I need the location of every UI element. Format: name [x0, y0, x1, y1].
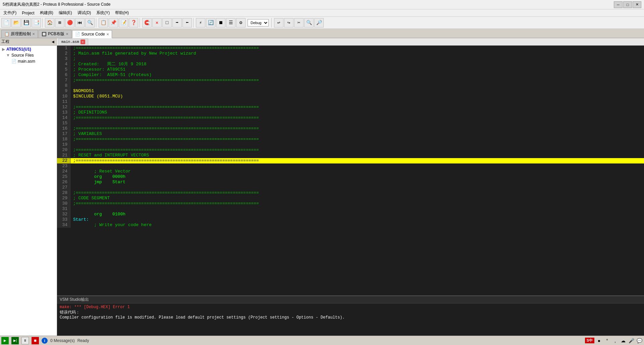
line-content[interactable]: org 0000h — [70, 174, 644, 180]
menu-build[interactable]: 构建(B) — [38, 9, 55, 16]
debug-mode-select[interactable]: Debug — [248, 19, 269, 26]
toolbar-zoom-in[interactable]: 🔍 — [304, 18, 314, 27]
menu-file[interactable]: 文件(F) — [1, 9, 18, 16]
toolbar-zoom-out[interactable]: 🔎 — [314, 18, 324, 27]
menu-debug[interactable]: 调试(D) — [75, 9, 93, 16]
play-button[interactable]: ▶ — [1, 337, 9, 344]
line-content[interactable]: ; — [70, 56, 644, 62]
tab-schematic-icon: 📋 — [4, 32, 9, 37]
line-content[interactable]: $INCLUDE (8051.MCU) — [70, 94, 644, 99]
toolbar-list[interactable]: ☰ — [226, 18, 235, 27]
line-content[interactable]: ; VARIABLES — [70, 131, 644, 137]
line-content[interactable] — [70, 121, 644, 126]
toolbar-gear[interactable]: ⚙ — [236, 18, 246, 27]
toolbar-close-x[interactable]: ✕ — [152, 18, 162, 27]
line-content[interactable]: ;=======================================… — [70, 158, 644, 163]
line-content[interactable]: ;=======================================… — [70, 78, 644, 83]
line-content[interactable]: ;=======================================… — [70, 105, 644, 110]
toolbar-rewind[interactable]: ⏮ — [75, 18, 85, 27]
tree-item-main-asm[interactable]: 📄 main.asm — [1, 58, 56, 64]
minimize-button[interactable]: ─ — [614, 1, 623, 8]
toolbar-help[interactable]: ❓ — [129, 18, 138, 27]
line-content[interactable]: ; Compiler: ASEM-51 (Proteus) — [70, 72, 644, 78]
output-line: 错误代码： — [60, 309, 641, 315]
line-content[interactable]: org 0100h — [70, 212, 644, 217]
toolbar-run-fast[interactable]: ⚡ — [196, 18, 205, 27]
line-content[interactable] — [70, 83, 644, 88]
tab-pcb[interactable]: 🔲 PCB布版 ✕ — [39, 30, 71, 38]
line-content[interactable] — [70, 163, 644, 169]
toolbar-pick[interactable]: 🧲 — [142, 18, 152, 27]
tab-pcb-close[interactable]: ✕ — [66, 32, 68, 36]
close-button[interactable]: ✕ — [633, 1, 641, 8]
line-content[interactable]: ;=======================================… — [70, 201, 644, 206]
line-content[interactable]: ; DEFINITIONS — [70, 110, 644, 115]
file-tab-close[interactable]: ✕ — [80, 40, 85, 44]
toolbar-search[interactable]: 🔍 — [85, 18, 95, 27]
line-content[interactable]: ; Processor: AT89C51 — [70, 67, 644, 72]
tab-schematic-close[interactable]: ✕ — [32, 32, 35, 36]
file-tab-main-asm[interactable]: main.asm ✕ — [58, 39, 88, 45]
play-step-button[interactable]: ▶| — [11, 337, 19, 344]
line-content[interactable] — [70, 99, 644, 105]
code-line-6: 6; Compiler: ASEM-51 (Proteus) — [57, 72, 644, 78]
status-mic-icon[interactable]: 🎤 — [628, 337, 635, 344]
line-content[interactable]: ; Created: 周二 10月 9 2018 — [70, 62, 644, 67]
menu-project[interactable]: Project — [20, 10, 36, 16]
toolbar-arrow[interactable]: ➡ — [172, 18, 182, 27]
line-content[interactable]: ; Main.asm file generated by New Project… — [70, 51, 644, 56]
toolbar-open[interactable]: 📂 — [11, 18, 21, 27]
toolbar-blank1[interactable]: □ — [162, 18, 172, 27]
toolbar-copy[interactable]: 📋 — [99, 18, 108, 27]
toolbar-stop-run[interactable]: ⏹ — [216, 18, 225, 27]
pause-button[interactable]: ⏸ — [21, 337, 29, 344]
toolbar-paste[interactable]: 📌 — [109, 18, 118, 27]
line-content[interactable]: jmp Start — [70, 180, 644, 185]
line-content[interactable] — [70, 206, 644, 212]
tab-source-code[interactable]: 📄 Source Code ✕ — [72, 30, 112, 38]
toolbar-stop-red[interactable]: 🔴 — [65, 18, 74, 27]
line-content[interactable]: ; CODE SEGMENT — [70, 196, 644, 201]
line-content[interactable]: Start: — [70, 217, 644, 222]
line-content[interactable]: ; Reset Vector — [70, 169, 644, 174]
tab-source-close[interactable]: ✕ — [106, 32, 109, 36]
status-chat-icon[interactable]: 💬 — [636, 337, 643, 344]
code-line-16: 16;=====================================… — [57, 126, 644, 131]
tree-item-mcu[interactable]: ▶ AT89C51(U1) — [1, 46, 56, 52]
toolbar-home[interactable]: 🏠 — [45, 18, 54, 27]
line-content[interactable]: ;=======================================… — [70, 190, 644, 196]
line-content[interactable]: ; Write your code here — [70, 222, 644, 228]
toolbar-arrow2[interactable]: ⬅ — [182, 18, 192, 27]
toolbar-saveall[interactable]: 📑 — [32, 18, 41, 27]
menu-help[interactable]: 帮助(H) — [113, 9, 131, 16]
line-number: 15 — [57, 121, 70, 126]
toolbar-refresh[interactable]: 🔄 — [206, 18, 215, 27]
menu-system[interactable]: 系统(Y) — [94, 9, 112, 16]
line-content[interactable] — [70, 185, 644, 190]
line-content[interactable]: ;=======================================… — [70, 126, 644, 131]
toolbar-save[interactable]: 💾 — [21, 18, 31, 27]
tree-item-source-files[interactable]: ▼ Source Files — [1, 52, 56, 58]
toolbar-cut[interactable]: ✂ — [294, 18, 304, 27]
code-editor[interactable]: 1;======================================… — [57, 46, 644, 295]
toolbar-new[interactable]: 📄 — [1, 18, 11, 27]
toolbar-undo[interactable]: ↩ — [274, 18, 283, 27]
line-content[interactable]: ; RESET and INTERRUPT VECTORS — [70, 153, 644, 158]
line-content[interactable]: ;=======================================… — [70, 137, 644, 142]
stop-button[interactable]: ■ — [32, 337, 39, 344]
maximize-button[interactable]: □ — [623, 1, 632, 8]
tab-schematic[interactable]: 📋 原理图绘制 ✕ — [1, 30, 38, 38]
sidebar-collapse-button[interactable]: ◀ — [51, 40, 55, 44]
toolbar-redo[interactable]: ↪ — [284, 18, 293, 27]
lang-badge[interactable]: S中 — [585, 338, 594, 343]
toolbar-grid[interactable]: ⊞ — [55, 18, 64, 27]
menu-edit[interactable]: 编辑(E) — [57, 9, 74, 16]
toolbar-sep3 — [140, 18, 141, 27]
status-cloud-icon[interactable]: ☁ — [620, 337, 627, 344]
line-content[interactable]: ;=======================================… — [70, 46, 644, 51]
line-content[interactable]: ;=======================================… — [70, 115, 644, 121]
line-content[interactable]: ;=======================================… — [70, 147, 644, 153]
line-content[interactable] — [70, 142, 644, 147]
toolbar-edit2[interactable]: 📝 — [119, 18, 128, 27]
line-content[interactable]: $NOMOD51 — [70, 88, 644, 94]
